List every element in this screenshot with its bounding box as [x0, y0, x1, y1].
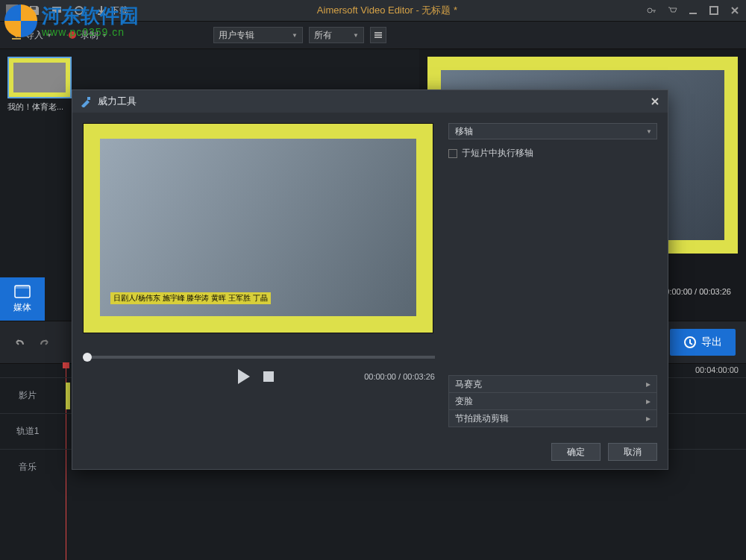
svg-rect-5	[710, 7, 718, 14]
minimize-icon[interactable]	[688, 5, 698, 16]
maximize-icon[interactable]	[709, 5, 719, 16]
site-watermark: 河东软件园 www.pc0359.cn	[4, 3, 139, 38]
dialog-titlebar: 威力工具	[72, 90, 668, 113]
window-title: Aimersoft Video Editor - 无标题 *	[128, 4, 646, 17]
play-icon[interactable]	[238, 369, 250, 384]
effect-dropdown[interactable]: 移轴	[448, 123, 657, 139]
watermark-url: www.pc0359.cn	[42, 26, 139, 38]
stop-icon[interactable]	[263, 371, 274, 382]
dialog-preview: 日剧人/杨伟东 施宇峰 滕华涛 黄晖 王军胜 丁晶	[83, 123, 433, 333]
svg-point-3	[648, 8, 652, 13]
svg-rect-7	[374, 32, 382, 34]
undo-icon[interactable]	[12, 335, 27, 350]
watermark-text: 河东软件园	[42, 4, 139, 27]
track-label-music: 音乐	[0, 461, 55, 474]
svg-rect-9	[374, 37, 382, 38]
option-beat-edit[interactable]: 节拍跳动剪辑	[448, 409, 657, 427]
dialog-timecode: 00:00:00 / 00:03:26	[364, 372, 435, 381]
track-label-1: 轨道1	[0, 425, 55, 438]
checkbox-label: 于短片中执行移轴	[462, 147, 533, 160]
svg-rect-11	[15, 286, 30, 289]
export-label: 导出	[701, 336, 722, 349]
svg-rect-4	[689, 13, 697, 14]
timeline-timecode: 00:04:00:00	[695, 365, 739, 374]
slider-knob[interactable]	[83, 353, 92, 362]
key-icon[interactable]	[646, 5, 656, 16]
svg-rect-13	[87, 97, 90, 100]
thumb-caption: 我的！体育老...	[7, 101, 72, 113]
view-mode-button[interactable]	[370, 27, 386, 43]
cancel-button[interactable]: 取消	[608, 443, 657, 461]
option-faceoff[interactable]: 变脸	[448, 392, 657, 410]
redo-icon[interactable]	[37, 335, 52, 350]
dialog-icon	[80, 95, 92, 107]
checkbox-icon	[448, 149, 457, 158]
ok-button[interactable]: 确定	[551, 443, 601, 461]
preview-subtitle: 日剧人/杨伟东 施宇峰 滕华涛 黄晖 王军胜 丁晶	[110, 292, 271, 304]
tab-media-label: 媒体	[13, 301, 31, 314]
dialog-title: 威力工具	[98, 95, 137, 108]
video-clip[interactable]	[66, 383, 70, 409]
power-tools-dialog: 威力工具 日剧人/杨伟东 施宇峰 滕华涛 黄晖 王军胜 丁晶 00:00:00 …	[72, 89, 668, 470]
media-thumb[interactable]: 我的！体育老...	[7, 57, 72, 113]
playback-slider[interactable]	[83, 356, 435, 359]
category-dropdown[interactable]: 用户专辑	[213, 27, 303, 43]
preview-timecode: 00:00:00 / 00:03:26	[660, 287, 731, 296]
filter-dropdown[interactable]: 所有	[309, 27, 364, 43]
thumb-image	[7, 57, 72, 98]
cart-icon[interactable]	[667, 5, 677, 16]
apply-to-clip-checkbox[interactable]: 于短片中执行移轴	[448, 147, 657, 160]
option-mosaic[interactable]: 马赛克	[448, 375, 657, 393]
tab-media[interactable]: 媒体	[0, 277, 45, 321]
svg-rect-8	[374, 34, 382, 36]
export-button[interactable]: 导出	[670, 329, 736, 356]
dialog-close-icon[interactable]	[650, 96, 660, 107]
track-label-video: 影片	[0, 389, 55, 402]
watermark-logo-icon	[4, 4, 37, 37]
close-icon[interactable]	[730, 5, 740, 16]
